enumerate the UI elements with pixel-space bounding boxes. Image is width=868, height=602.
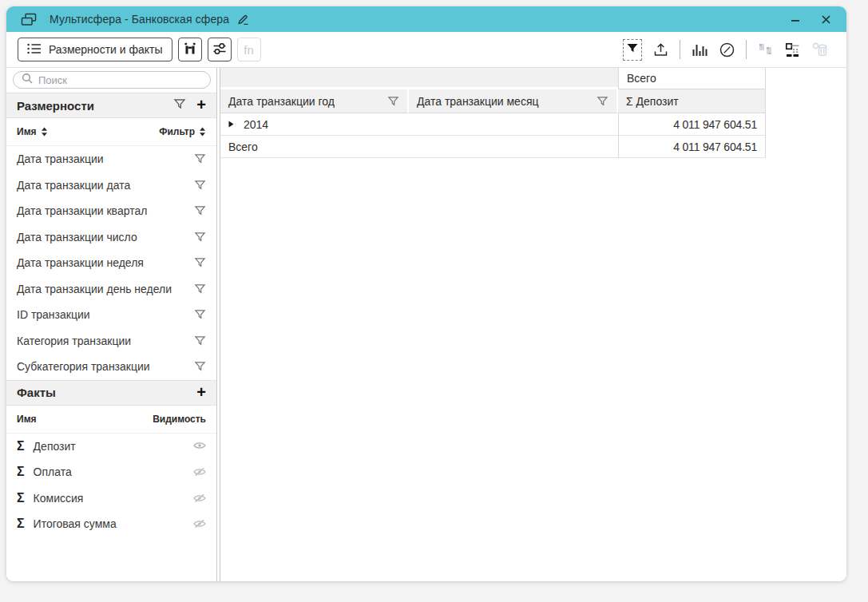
eye-icon — [193, 440, 206, 453]
dimensions-filter-icon[interactable] — [173, 98, 186, 113]
edit-title-pencil-icon[interactable] — [236, 14, 249, 26]
expand-triangle-icon[interactable] — [228, 121, 234, 128]
sigma-icon: Σ — [17, 491, 25, 505]
facts-columns-header: Имя Видимость — [6, 406, 216, 434]
combine-dimensions-icon — [182, 41, 198, 59]
fact-row[interactable]: Σ Депозит — [6, 434, 216, 460]
sort-by-name-button[interactable]: Имя — [17, 126, 48, 137]
sliders-icon — [212, 41, 228, 59]
filter-icon[interactable] — [194, 309, 206, 320]
filter-icon[interactable] — [194, 180, 206, 191]
close-button[interactable] — [819, 13, 832, 26]
search-box[interactable] — [13, 71, 211, 89]
hidden-items-bin-button[interactable] — [811, 42, 829, 57]
fact-label: Итоговая сумма — [34, 517, 117, 530]
dimension-row[interactable]: Дата транзакции — [6, 146, 216, 172]
filter-icon[interactable] — [194, 335, 206, 347]
filter-icon[interactable] — [194, 205, 206, 216]
column-header-month[interactable]: Дата транзакции месяц — [409, 89, 618, 113]
fn-button[interactable]: fn — [237, 38, 261, 61]
filter-icon[interactable] — [387, 96, 399, 107]
search-icon — [22, 73, 33, 87]
view-settings-button[interactable] — [208, 38, 232, 61]
pivot-row-total: Всего — [220, 136, 618, 158]
fact-row[interactable]: Σ Оплата — [6, 459, 216, 485]
filter-toggle-button[interactable] — [623, 39, 642, 61]
facts-section-header: Факты + — [6, 380, 216, 406]
bar-chart-button[interactable] — [691, 42, 708, 57]
dimension-label: Дата транзакции квартал — [17, 204, 147, 217]
fact-label: Депозит — [34, 440, 76, 453]
measure-header-label: Σ Депозит — [626, 95, 679, 108]
sort-arrows-icon — [41, 127, 48, 137]
sort-arrows-icon — [199, 127, 206, 137]
fact-label: Оплата — [34, 465, 72, 478]
toolbar: Размерности и факты fn — [6, 32, 846, 68]
column-header-label: Дата транзакции месяц — [417, 95, 539, 108]
column-header-year[interactable]: Дата транзакции год — [220, 89, 409, 113]
structure-button[interactable] — [785, 42, 801, 57]
fact-row[interactable]: Σ Итоговая сумма — [6, 511, 216, 537]
toolbar-separator — [680, 40, 680, 59]
facts-title: Факты — [17, 386, 56, 399]
dimension-row[interactable]: Дата транзакции дата — [6, 172, 216, 199]
filter-icon[interactable] — [194, 283, 206, 295]
pivot-table: Всего Дата транзакции год Дата транзакци… — [220, 68, 846, 158]
visibility-toggle[interactable] — [193, 440, 206, 453]
dimension-label: Категория транзакции — [17, 335, 131, 347]
pivot-area: Всего Дата транзакции год Дата транзакци… — [220, 68, 846, 581]
facts-visibility-column-label: Видимость — [153, 414, 206, 425]
dimension-row[interactable]: Дата транзакции неделя — [6, 250, 216, 276]
dimension-row[interactable]: Категория транзакции — [6, 328, 216, 354]
visibility-toggle[interactable] — [193, 519, 206, 529]
minimize-button[interactable] — [789, 13, 802, 26]
fn-label: fn — [244, 43, 254, 57]
visibility-toggle[interactable] — [193, 467, 206, 477]
compass-button[interactable] — [719, 42, 735, 58]
pivot-row-2014[interactable]: 2014 — [220, 113, 618, 136]
column-header-label: Дата транзакции год — [228, 95, 335, 108]
dimension-label: Дата транзакции неделя — [17, 256, 144, 269]
pivot-value-cell: 4 011 947 604.51 — [618, 113, 766, 136]
app-window: Мультисфера - Банковская сфера Размернос… — [6, 6, 846, 581]
dimension-label: Дата транзакции число — [17, 231, 137, 244]
filter-icon[interactable] — [194, 153, 206, 164]
title-bar: Мультисфера - Банковская сфера — [6, 6, 846, 32]
toolbar-separator — [746, 40, 747, 59]
visibility-toggle[interactable] — [193, 493, 206, 503]
filter-icon[interactable] — [194, 257, 206, 268]
filter-icon[interactable] — [194, 232, 206, 243]
eye-off-icon — [193, 493, 206, 503]
dimension-label: Дата транзакции день недели — [17, 283, 172, 295]
filter-icon[interactable] — [597, 96, 608, 107]
facts-name-column-label: Имя — [17, 414, 37, 425]
add-dimension-button[interactable]: + — [196, 97, 206, 114]
add-fact-button[interactable]: + — [196, 384, 206, 402]
filter-icon[interactable] — [194, 361, 206, 372]
copy-button[interactable] — [757, 42, 775, 57]
column-header-measure[interactable]: Σ Депозит — [618, 89, 766, 113]
row-label: Всего — [228, 141, 258, 153]
row-label: 2014 — [244, 118, 268, 131]
search-input[interactable] — [38, 74, 202, 86]
dimensions-facts-label: Размерности и факты — [49, 43, 163, 56]
dimension-row[interactable]: Дата транзакции число — [6, 224, 216, 251]
dimension-row[interactable]: ID транзакции — [6, 302, 216, 328]
sigma-icon: Σ — [17, 465, 25, 479]
combine-dimensions-button[interactable] — [178, 38, 202, 61]
fact-label: Комиссия — [34, 492, 84, 505]
dimensions-columns-header: Имя Фильтр — [6, 118, 216, 146]
eye-off-icon — [193, 519, 206, 529]
dimension-label: Дата транзакции дата — [17, 179, 130, 192]
fact-row[interactable]: Σ Комиссия — [6, 485, 216, 512]
dimensions-facts-button[interactable]: Размерности и факты — [18, 38, 172, 61]
sigma-icon: Σ — [17, 517, 25, 531]
sort-by-filter-button[interactable]: Фильтр — [159, 126, 206, 137]
name-column-label: Имя — [17, 126, 37, 137]
dimension-row[interactable]: Дата транзакции квартал — [6, 198, 216, 224]
dimension-row[interactable]: Субкатегория транзакции — [6, 354, 216, 380]
pivot-value-cell: 4 011 947 604.51 — [618, 136, 766, 158]
export-button[interactable] — [652, 42, 669, 58]
dimension-row[interactable]: Дата транзакции день недели — [6, 276, 216, 303]
cascade-windows-icon — [21, 13, 37, 26]
